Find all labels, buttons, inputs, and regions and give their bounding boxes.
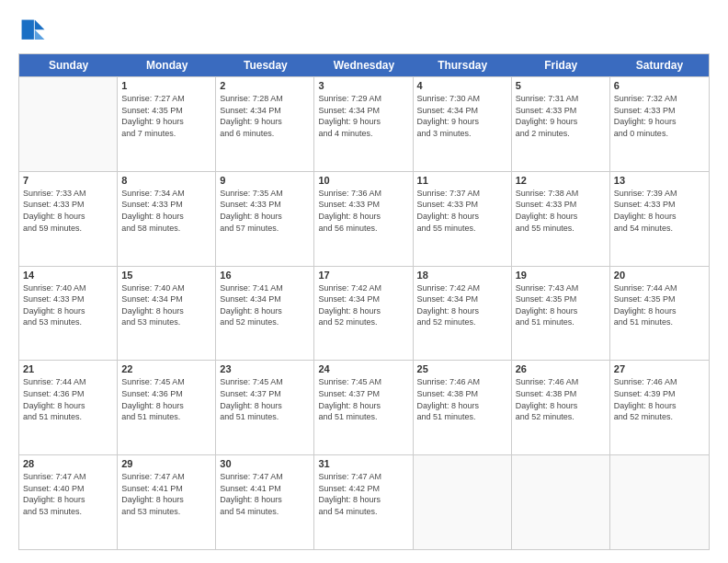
cell-info: Sunset: 4:34 PM [318,293,408,305]
cell-info: Sunset: 4:37 PM [220,388,310,400]
calendar-cell: 2Sunrise: 7:28 AMSunset: 4:34 PMDaylight… [216,77,314,171]
day-number: 12 [516,175,606,186]
cell-info: Daylight: 8 hours [23,494,113,506]
cell-info: and 52 minutes. [516,411,606,423]
cell-info: Daylight: 8 hours [220,211,310,223]
cell-info: Daylight: 9 hours [121,116,211,128]
calendar-cell: 12Sunrise: 7:38 AMSunset: 4:33 PMDayligh… [512,172,610,266]
cell-info: Sunrise: 7:39 AM [614,188,705,200]
cell-info: Sunset: 4:41 PM [121,483,211,495]
day-number: 13 [614,175,705,186]
cell-info: Sunrise: 7:41 AM [220,282,310,294]
day-number: 21 [23,363,113,374]
cell-info: Sunset: 4:36 PM [23,388,113,400]
svg-rect-2 [22,20,34,40]
cell-info: Sunrise: 7:38 AM [516,188,606,200]
calendar-cell: 1Sunrise: 7:27 AMSunset: 4:35 PMDaylight… [118,77,216,171]
cell-info: Daylight: 9 hours [516,116,606,128]
svg-marker-1 [35,29,45,40]
cell-info: Sunrise: 7:47 AM [220,471,310,483]
cell-info: Sunrise: 7:31 AM [516,93,606,105]
day-number: 23 [220,363,310,374]
day-number: 20 [614,270,705,281]
calendar-cell: 24Sunrise: 7:45 AMSunset: 4:37 PMDayligh… [314,361,413,454]
cell-info: Sunset: 4:34 PM [417,105,507,117]
cell-info: Daylight: 8 hours [516,305,606,317]
day-number: 26 [516,363,606,374]
cell-info: Sunrise: 7:47 AM [121,471,211,483]
calendar-cell [19,77,118,171]
cell-info: Sunrise: 7:40 AM [23,282,113,294]
cell-info: and 52 minutes. [614,411,705,423]
cell-info: Sunrise: 7:28 AM [220,93,310,105]
cell-info: Daylight: 8 hours [23,400,113,412]
calendar-cell: 19Sunrise: 7:43 AMSunset: 4:35 PMDayligh… [512,267,610,361]
day-number: 6 [614,80,705,91]
day-number: 25 [417,363,507,374]
cell-info: Daylight: 8 hours [121,400,211,412]
day-number: 15 [121,270,211,281]
cell-info: and 51 minutes. [121,411,211,423]
cell-info: Sunset: 4:35 PM [121,105,211,117]
cell-info: Daylight: 8 hours [318,400,408,412]
cell-info: Sunrise: 7:45 AM [121,376,211,388]
day-number: 8 [121,175,211,186]
day-number: 22 [121,363,211,374]
cell-info: Sunrise: 7:47 AM [318,471,408,483]
calendar-day-header: Monday [118,54,216,76]
calendar-cell: 29Sunrise: 7:47 AMSunset: 4:41 PMDayligh… [118,455,216,549]
calendar-cell: 9Sunrise: 7:35 AMSunset: 4:33 PMDaylight… [216,172,314,266]
day-number: 16 [220,270,310,281]
cell-info: and 59 minutes. [23,223,113,235]
day-number: 30 [220,458,310,469]
cell-info: Sunrise: 7:35 AM [220,188,310,200]
cell-info: and 53 minutes. [23,316,113,328]
calendar-cell: 20Sunrise: 7:44 AMSunset: 4:35 PMDayligh… [610,267,709,361]
cell-info: Sunrise: 7:34 AM [121,188,211,200]
cell-info: and 51 minutes. [220,411,310,423]
day-number: 4 [417,80,507,91]
calendar-cell: 10Sunrise: 7:36 AMSunset: 4:33 PMDayligh… [314,172,413,266]
day-number: 9 [220,175,310,186]
cell-info: Sunrise: 7:47 AM [23,471,113,483]
cell-info: Sunset: 4:33 PM [23,293,113,305]
day-number: 29 [121,458,211,469]
cell-info: Sunrise: 7:43 AM [516,282,606,294]
cell-info: Sunset: 4:39 PM [614,388,705,400]
cell-info: Daylight: 8 hours [121,494,211,506]
cell-info: Sunset: 4:33 PM [23,199,113,211]
cell-info: Daylight: 8 hours [318,211,408,223]
cell-info: Sunset: 4:34 PM [220,293,310,305]
cell-info: Sunrise: 7:27 AM [121,93,211,105]
calendar-day-header: Friday [512,54,610,76]
cell-info: and 3 minutes. [417,128,507,140]
day-number: 28 [23,458,113,469]
cell-info: Daylight: 9 hours [417,116,507,128]
cell-info: Sunset: 4:34 PM [318,105,408,117]
cell-info: Sunset: 4:33 PM [220,199,310,211]
cell-info: Sunrise: 7:46 AM [516,376,606,388]
cell-info: Daylight: 8 hours [318,494,408,506]
cell-info: and 51 minutes. [516,316,606,328]
calendar-day-header: Sunday [19,54,118,76]
cell-info: Daylight: 8 hours [220,305,310,317]
cell-info: and 51 minutes. [23,411,113,423]
cell-info: and 51 minutes. [318,411,408,423]
cell-info: and 54 minutes. [318,506,408,518]
calendar-day-header: Wednesday [314,54,413,76]
cell-info: and 57 minutes. [220,223,310,235]
cell-info: Sunrise: 7:46 AM [614,376,705,388]
cell-info: and 7 minutes. [121,128,211,140]
day-number: 7 [23,175,113,186]
cell-info: Sunrise: 7:32 AM [614,93,705,105]
cell-info: Sunset: 4:34 PM [417,293,507,305]
svg-marker-0 [35,20,45,30]
calendar-cell: 31Sunrise: 7:47 AMSunset: 4:42 PMDayligh… [314,455,413,549]
cell-info: Daylight: 8 hours [220,400,310,412]
calendar-cell: 18Sunrise: 7:42 AMSunset: 4:34 PMDayligh… [414,267,512,361]
calendar: SundayMondayTuesdayWednesdayThursdayFrid… [18,53,710,550]
calendar-cell: 7Sunrise: 7:33 AMSunset: 4:33 PMDaylight… [19,172,118,266]
header [18,17,710,46]
calendar-cell: 16Sunrise: 7:41 AMSunset: 4:34 PMDayligh… [216,267,314,361]
calendar-cell: 3Sunrise: 7:29 AMSunset: 4:34 PMDaylight… [314,77,413,171]
